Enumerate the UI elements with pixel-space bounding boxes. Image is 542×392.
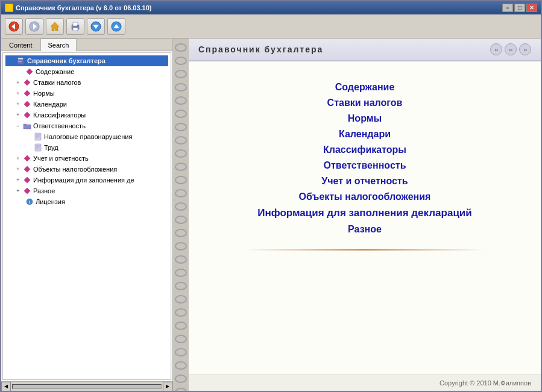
tree-item[interactable]: i Лицензия — [5, 196, 168, 207]
header-btn-3[interactable]: ○ — [519, 43, 531, 55]
root-expander[interactable]: − — [8, 57, 16, 65]
item-label: Классификаторы — [33, 111, 86, 119]
divider — [243, 249, 486, 250]
expander — [16, 198, 25, 206]
scroll-left-button[interactable]: ◀ — [1, 382, 11, 391]
diamond-icon — [22, 89, 32, 98]
maximize-button[interactable]: □ — [514, 4, 525, 12]
tree-item[interactable]: + Разное — [5, 185, 168, 196]
expander[interactable]: + — [14, 187, 22, 195]
tree-item[interactable]: + Календари — [5, 99, 168, 110]
notebook-title: Справочник бухгалтера — [198, 45, 323, 54]
toc-link-tax-rates[interactable]: Ставки налогов — [327, 98, 403, 108]
header-controls: ○ ○ ○ — [490, 43, 531, 55]
diamond-icon — [22, 78, 32, 87]
svg-rect-22 — [35, 133, 41, 140]
svg-rect-8 — [77, 25, 78, 26]
tab-content[interactable]: Content — [1, 39, 40, 51]
spiral-ring — [175, 176, 187, 184]
svg-marker-17 — [27, 69, 33, 75]
spiral-ring — [175, 110, 187, 118]
item-label: Информация для заполнения де — [33, 176, 134, 184]
tree-item[interactable]: Содержание — [5, 66, 168, 77]
svg-rect-14 — [18, 58, 23, 59]
spiral-ring — [175, 348, 187, 356]
svg-rect-7 — [73, 28, 78, 31]
toc-link-declaration-info[interactable]: Информация для заполнения деклараций — [257, 207, 471, 219]
expander[interactable]: + — [14, 154, 22, 163]
tree-item[interactable]: Налоговые правонарушения — [5, 131, 168, 142]
close-button[interactable]: ✕ — [526, 4, 537, 12]
scroll-up-button[interactable] — [107, 18, 125, 35]
print-button[interactable] — [66, 18, 84, 35]
toc-link-contents[interactable]: Содержание — [335, 82, 395, 93]
tree-item[interactable]: + Учет и отчетность — [5, 153, 168, 164]
diamond-icon — [22, 175, 32, 185]
right-panel: Справочник бухгалтера ○ ○ ○ SoftMpoAs Со… — [189, 39, 541, 391]
header-btn-1[interactable]: ○ — [490, 43, 502, 55]
spiral-ring — [175, 375, 187, 383]
tree-item[interactable]: + Информация для заполнения де — [5, 175, 168, 185]
expander[interactable]: + — [14, 89, 22, 98]
toc-link-calendars[interactable]: Календари — [339, 129, 391, 140]
tree-root[interactable]: − Справочник бухгалтера — [5, 55, 168, 66]
toc-link-classifiers[interactable]: Классификаторы — [323, 145, 406, 155]
toc-link-norms[interactable]: Нормы — [348, 113, 382, 124]
spiral-ring — [175, 163, 187, 171]
header-btn-2[interactable]: ○ — [505, 43, 517, 55]
tree-item[interactable]: + Классификаторы — [5, 110, 168, 120]
spiral-ring — [175, 229, 187, 237]
tree-item[interactable]: + Нормы — [5, 88, 168, 99]
spiral-ring — [175, 242, 187, 250]
item-label: Объекты налогообложения — [33, 166, 117, 173]
title-bar: Справочник бухгалтера (v 6.0 от 06.03.10… — [1, 1, 541, 14]
home-button[interactable] — [46, 18, 64, 35]
spiral-ring — [175, 308, 187, 317]
spiral-ring — [175, 43, 187, 52]
scroll-right-button[interactable]: ▶ — [163, 382, 172, 391]
spiral-ring — [175, 322, 187, 330]
spiral-ring — [175, 136, 187, 145]
forward-button[interactable] — [25, 18, 43, 35]
toc-link-tax-objects[interactable]: Объекты налогообложения — [299, 191, 431, 202]
doc-icon — [33, 132, 43, 142]
tree-item[interactable]: Труд — [5, 142, 168, 153]
svg-rect-15 — [18, 60, 23, 60]
expander[interactable]: + — [14, 111, 22, 119]
tab-search[interactable]: Search — [40, 39, 77, 51]
tree-area[interactable]: − Справочник бухгалтера Содержание — [2, 52, 171, 380]
back-button[interactable] — [5, 18, 23, 35]
item-label: Ответственность — [33, 122, 86, 129]
scroll-down-button[interactable] — [87, 18, 105, 35]
svg-marker-21 — [24, 112, 30, 118]
diamond-icon — [22, 186, 32, 196]
diamond-icon — [25, 67, 34, 76]
svg-rect-16 — [18, 61, 22, 61]
minimize-button[interactable]: − — [502, 4, 513, 12]
notebook-footer: Copyright © 2010 М.Филиппов — [189, 375, 541, 391]
svg-marker-31 — [24, 166, 30, 172]
expander[interactable]: + — [14, 176, 22, 184]
spiral-ring — [175, 295, 187, 303]
spiral-ring — [175, 388, 187, 391]
scroll-track[interactable] — [12, 384, 162, 389]
spiral-ring — [175, 216, 187, 224]
title-bar-left: Справочник бухгалтера (v 6.0 от 06.03.10… — [5, 4, 152, 12]
tree-item[interactable]: + Объекты налогообложения — [5, 164, 168, 175]
tree-item[interactable]: − Ответственность — [5, 120, 168, 131]
watermark: SoftMpoAs — [345, 158, 384, 167]
item-label: Учет и отчетность — [33, 155, 89, 162]
toc-link-misc[interactable]: Разное — [348, 224, 382, 235]
expander[interactable]: − — [14, 122, 22, 130]
svg-text:i: i — [29, 199, 30, 205]
diamond-icon — [22, 154, 32, 163]
left-scrollbar: ◀ ▶ — [1, 381, 172, 391]
notebook-header: Справочник бухгалтера ○ ○ ○ — [189, 39, 541, 61]
expander[interactable]: + — [14, 100, 22, 108]
expander[interactable]: + — [14, 165, 22, 173]
tree-item[interactable]: + Ставки налогов — [5, 77, 168, 88]
svg-rect-26 — [35, 144, 41, 151]
expander[interactable]: + — [14, 78, 22, 87]
toc-link-accounting[interactable]: Учет и отчетность — [321, 176, 408, 187]
item-label: Лицензия — [36, 198, 65, 205]
